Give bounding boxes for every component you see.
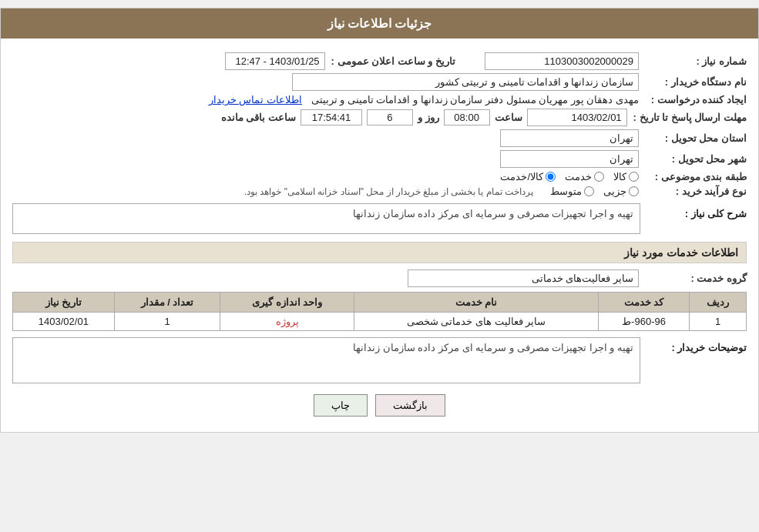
table-cell-name: سایر فعالیت های خدماتی شخصی [354, 313, 599, 331]
col-date: تاریخ نیاز [13, 293, 115, 313]
buyer-org-value: سازمان زندانها و اقدامات تامینی و تربیتی… [12, 73, 639, 91]
content-area: شماره نیاز : 1103003002000029 تاریخ و سا… [1, 38, 758, 432]
service-group-row: گروه خدمت : سایر فعالیت‌های خدماتی [12, 269, 747, 287]
buyer-desc-container: توضیحات خریدار : تهیه و اجرا تجهیزات مصر… [12, 337, 747, 383]
buyer-desc-label: توضیحات خریدار : [646, 337, 747, 353]
general-desc-value: تهیه و اجرا تجهیزات مصرفی و سرمایه ای مر… [12, 203, 640, 234]
deadline-remaining-label: ساعت باقی مانده [221, 112, 296, 123]
col-code: کد خدمت [598, 293, 689, 313]
creator-link[interactable]: اطلاعات تماس خریدار [209, 94, 302, 105]
service-group-input: سایر فعالیت‌های خدماتی [408, 269, 639, 287]
creator-value: مهدی دهقان پور مهریان مسئول دفتر سازمان … [12, 94, 639, 105]
buyer-org-input: سازمان زندانها و اقدامات تامینی و تربیتی… [292, 73, 639, 91]
creator-label: ایجاد کننده درخواست : [639, 94, 747, 105]
province-row: استان محل تحویل : تهران [12, 129, 747, 147]
deadline-time-input: 08:00 [444, 109, 490, 125]
purchase-type-row: نوع فرآیند خرید : جزیی متوسط پرداخت تمام… [12, 186, 747, 197]
services-section-title: اطلاعات خدمات مورد نیاز [12, 242, 747, 263]
service-group-label: گروه خدمت : [639, 273, 747, 284]
table-cell-unit: پروژه [220, 313, 354, 331]
table-cell-quantity: 1 [114, 313, 220, 331]
type-motavasset[interactable]: متوسط [550, 186, 594, 197]
general-desc-container: شرح کلی نیاز : تهیه و اجرا تجهیزات مصرفی… [12, 203, 747, 234]
announcement-datetime-input: 1403/01/25 - 12:47 [225, 52, 325, 70]
type-jozei-radio[interactable] [629, 186, 639, 196]
deadline-days-input: 6 [367, 109, 413, 125]
type-motavasset-radio[interactable] [584, 186, 594, 196]
general-desc-label: شرح کلی نیاز : [646, 203, 747, 219]
type-motavasset-label: متوسط [550, 186, 582, 197]
category-kala-khedmat-label: کالا/خدمت [500, 171, 543, 182]
need-number-value: 1103003002000029 تاریخ و ساعت اعلان عموم… [12, 52, 639, 70]
category-khedmat[interactable]: خدمت [565, 171, 604, 182]
city-label: شهر محل تحویل : [639, 153, 747, 165]
col-quantity: تعداد / مقدار [114, 293, 220, 313]
service-group-value: سایر فعالیت‌های خدماتی [12, 269, 639, 287]
need-number-row: شماره نیاز : 1103003002000029 تاریخ و سا… [12, 52, 747, 70]
table-cell-date: 1403/02/01 [13, 313, 115, 331]
table-header: ردیف کد خدمت نام خدمت واحد اندازه گیری ت… [13, 293, 747, 313]
deadline-time-label: ساعت [495, 112, 522, 123]
category-kala-khedmat[interactable]: کالا/خدمت [500, 171, 556, 182]
creator-text: مهدی دهقان پور مهریان مسئول دفتر سازمان … [311, 94, 639, 105]
city-value: تهران [12, 150, 639, 168]
purchase-type-notice: پرداخت تمام یا بخشی از مبلغ خریدار از مح… [244, 186, 533, 197]
category-kala-label: کالا [613, 171, 626, 182]
page-header: جزئیات اطلاعات نیاز [1, 8, 758, 38]
col-unit: واحد اندازه گیری [220, 293, 354, 313]
announcement-label: تاریخ و ساعت اعلان عمومی : [331, 55, 455, 67]
deadline-value: 1403/02/01 ساعت 08:00 روز و 6 17:54:41 س… [12, 109, 627, 126]
buyer-desc-text: تهیه و اجرا تجهیزات مصرفی و سرمایه ای مر… [353, 342, 633, 353]
buyer-org-label: نام دستگاه خریدار : [639, 76, 747, 88]
need-number-input: 1103003002000029 [485, 52, 639, 70]
creator-row: ایجاد کننده درخواست : مهدی دهقان پور مهر… [12, 94, 747, 105]
table-row: 1960-96-طسایر فعالیت های خدماتی شخصیپروژ… [13, 313, 747, 331]
province-label: استان محل تحویل : [639, 132, 747, 144]
province-value: تهران [12, 129, 639, 147]
category-options: کالا خدمت کالا/خدمت [12, 171, 639, 182]
table-cell-code: 960-96-ط [598, 313, 689, 331]
back-button[interactable]: بازگشت [375, 394, 445, 417]
category-kala[interactable]: کالا [613, 171, 639, 182]
category-kala-khedmat-radio[interactable] [546, 172, 556, 182]
footer-buttons: بازگشت چاپ [12, 394, 747, 417]
print-button[interactable]: چاپ [314, 394, 368, 417]
purchase-type-label: نوع فرآیند خرید : [639, 186, 747, 197]
deadline-days-label: روز و [418, 112, 439, 123]
city-row: شهر محل تحویل : تهران [12, 150, 747, 168]
col-name: نام خدمت [354, 293, 599, 313]
type-jozei-label: جزیی [603, 186, 626, 197]
deadline-label: مهلت ارسال پاسخ تا تاریخ : [627, 112, 747, 123]
table-header-row: ردیف کد خدمت نام خدمت واحد اندازه گیری ت… [13, 293, 747, 313]
category-row: طبقه بندی موضوعی : کالا خدمت کالا/خدمت [12, 171, 747, 182]
need-number-label: شماره نیاز : [639, 55, 747, 67]
category-kala-radio[interactable] [629, 172, 639, 182]
type-jozei[interactable]: جزیی [603, 186, 639, 197]
page-title: جزئیات اطلاعات نیاز [327, 17, 432, 30]
deadline-remaining-input: 17:54:41 [301, 109, 362, 125]
table-cell-row_num: 1 [690, 313, 747, 331]
purchase-type-options: جزیی متوسط پرداخت تمام یا بخشی از مبلغ خ… [12, 186, 639, 197]
province-input: تهران [500, 129, 639, 147]
city-input: تهران [500, 150, 639, 168]
category-khedmat-label: خدمت [565, 171, 592, 182]
buyer-desc-value: تهیه و اجرا تجهیزات مصرفی و سرمایه ای مر… [12, 337, 640, 383]
page-wrapper: جزئیات اطلاعات نیاز شماره نیاز : 1103003… [0, 8, 759, 433]
category-label: طبقه بندی موضوعی : [639, 171, 747, 182]
col-row-num: ردیف [690, 293, 747, 313]
services-table: ردیف کد خدمت نام خدمت واحد اندازه گیری ت… [12, 292, 747, 331]
category-khedmat-radio[interactable] [594, 172, 604, 182]
buyer-org-row: نام دستگاه خریدار : سازمان زندانها و اقد… [12, 73, 747, 91]
deadline-row: مهلت ارسال پاسخ تا تاریخ : 1403/02/01 سا… [12, 109, 747, 126]
deadline-date-input: 1403/02/01 [527, 109, 627, 126]
table-body: 1960-96-طسایر فعالیت های خدماتی شخصیپروژ… [13, 313, 747, 331]
